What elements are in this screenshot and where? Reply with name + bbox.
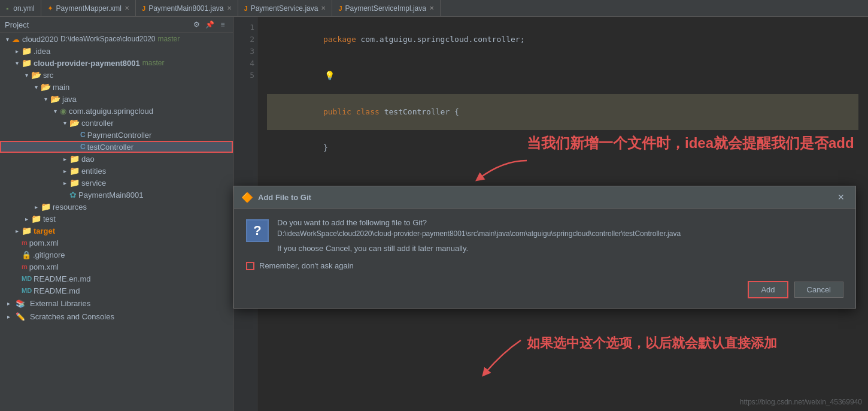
dialog-git-icon: 🔶 — [241, 192, 253, 203]
dialog-title-bar: 🔶 Add File to Git ✕ — [234, 186, 855, 208]
dialog-content: Do you want to add the following file to… — [277, 218, 843, 253]
dialog-question-row: ? Do you want to add the following file … — [246, 218, 843, 253]
dialog-close-button[interactable]: ✕ — [834, 191, 848, 203]
dialog-title: Add File to Git — [258, 193, 829, 202]
add-button[interactable]: Add — [748, 281, 788, 298]
question-icon: ? — [246, 219, 269, 242]
add-file-dialog: 🔶 Add File to Git ✕ ? Do you want to add… — [233, 186, 856, 309]
checkbox-label: Remember, don't ask again — [259, 261, 354, 270]
cancel-button[interactable]: Cancel — [794, 282, 843, 298]
dialog-question-text: Do you want to add the following file to… — [277, 218, 843, 227]
dialog-body: ? Do you want to add the following file … — [234, 208, 855, 308]
dialog-button-row: Add Cancel — [246, 281, 843, 298]
dialog-file-path: D:\ideaWorkSpace\cloud2020\cloud-provide… — [277, 229, 843, 238]
remember-checkbox[interactable] — [246, 262, 254, 270]
dialog-overlay: 🔶 Add File to Git ✕ ? Do you want to add… — [0, 0, 868, 411]
dialog-cancel-note: If you choose Cancel, you can still add … — [277, 244, 843, 253]
dialog-checkbox-row: Remember, don't ask again — [246, 261, 843, 270]
